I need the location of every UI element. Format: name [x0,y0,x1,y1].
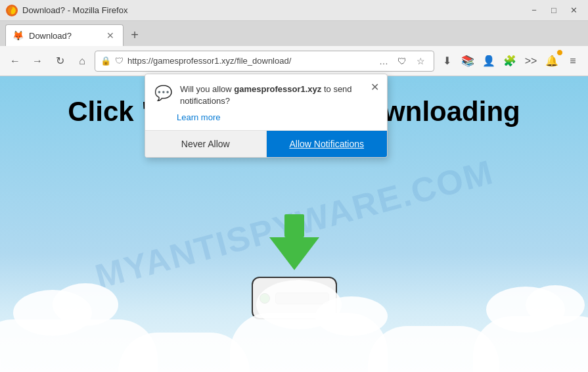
popup-message: Will you allow gamesprofessor1.xyz to se… [180,83,378,107]
tab-bar: 🦊 Download? ✕ + [0,21,588,46]
title-bar-left: Download? - Mozilla Firefox [5,4,127,17]
allow-notifications-button[interactable]: Allow Notifications [267,131,388,157]
new-tab-button[interactable]: + [125,25,145,45]
popup-chat-icon: 💬 [154,85,172,102]
home-button[interactable]: ⌂ [72,51,92,71]
title-bar: Download? - Mozilla Firefox − □ ✕ [0,0,588,21]
shield-icon: 🛡 [115,56,124,66]
container-button[interactable]: 🛡 [394,53,410,69]
forward-button[interactable]: → [28,51,47,71]
clouds-bottom [0,306,588,372]
menu-button[interactable]: ≡ [563,51,583,71]
sync-button[interactable]: 👤 [479,51,499,71]
extensions-button[interactable]: 🧩 [500,51,520,71]
library-button[interactable]: 📚 [458,51,478,71]
window-title: Download? - Mozilla Firefox [22,5,127,15]
tab-label: Download? [29,31,99,41]
title-bar-controls: − □ ✕ [525,3,583,18]
back-button[interactable]: ← [5,51,25,71]
popup-buttons: Never Allow Allow Notifications [145,130,387,157]
url-text: https://gamesprofessor1.xyz/file_downloa… [127,56,372,66]
maximize-button[interactable]: □ [545,3,563,18]
download-button[interactable]: ⬇ [437,51,457,71]
overflow-button[interactable]: >> [521,51,541,71]
notification-badge [556,49,563,56]
tab-download[interactable]: 🦊 Download? ✕ [5,24,124,46]
reload-button[interactable]: ↻ [50,51,70,71]
firefox-icon [5,4,18,17]
notification-popup: 💬 Will you allow gamesprofessor1.xyz to … [145,74,388,158]
minimize-button[interactable]: − [525,3,543,18]
address-bar[interactable]: 🔒 🛡 https://gamesprofessor1.xyz/file_dow… [95,51,434,72]
dots-button[interactable]: … [376,53,392,69]
learn-more-link[interactable]: Learn more [177,112,220,122]
popup-header: 💬 Will you allow gamesprofessor1.xyz to … [145,74,387,112]
address-icons: … 🛡 ☆ [376,53,428,69]
never-allow-button[interactable]: Never Allow [145,131,267,157]
popup-close-button[interactable]: ✕ [367,80,382,94]
nav-bar: ← → ↻ ⌂ 🔒 🛡 https://gamesprofessor1.xyz/… [0,46,588,76]
popup-message-pre: Will you allow [180,84,234,94]
popup-site: gamesprofessor1.xyz [234,84,321,94]
tab-close-button[interactable]: ✕ [104,30,116,41]
nav-right: ⬇ 📚 👤 🧩 >> 🔔 ≡ [437,51,583,71]
security-icon: 🔒 [101,56,111,66]
popup-learn-more: Learn more [145,112,387,130]
tab-favicon: 🦊 [12,30,24,41]
close-button[interactable]: ✕ [564,3,583,18]
bookmark-button[interactable]: ☆ [413,53,428,69]
